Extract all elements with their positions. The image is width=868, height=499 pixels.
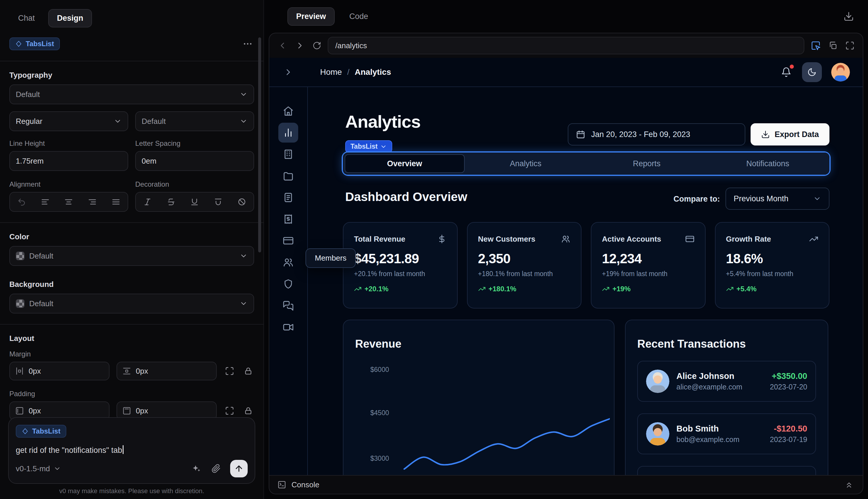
lock-icon <box>244 366 253 376</box>
sidebar-toggle-button[interactable] <box>282 66 294 78</box>
preview-tab-notifications[interactable]: Notifications <box>708 154 828 173</box>
user-avatar[interactable] <box>831 63 850 82</box>
forward-button[interactable] <box>294 39 306 52</box>
compare-select[interactable]: Previous Month <box>726 187 829 210</box>
copy-button[interactable] <box>827 40 839 51</box>
composer-input[interactable]: get rid of the "notifications" tab <box>16 445 248 455</box>
padding-lock-button[interactable] <box>243 405 254 417</box>
chat-composer[interactable]: TabsList get rid of the "notifications" … <box>8 417 255 484</box>
tab-design[interactable]: Design <box>48 9 92 27</box>
sidebar-toggle-icon <box>283 67 293 77</box>
breadcrumb-current: Analytics <box>355 68 391 77</box>
align-left-button[interactable] <box>34 193 57 211</box>
padding-expand-button[interactable] <box>224 405 235 417</box>
font-family-select[interactable]: Default <box>9 84 254 104</box>
sidebar-item-documents[interactable] <box>278 187 298 207</box>
color-select[interactable]: Default <box>9 246 254 266</box>
console-expand-button[interactable] <box>843 479 855 490</box>
align-center-button[interactable] <box>57 193 80 211</box>
sidebar-item-messages[interactable] <box>278 296 298 316</box>
inspect-toggle-button[interactable] <box>809 39 822 52</box>
refresh-button[interactable] <box>311 40 322 51</box>
date-range-picker[interactable]: Jan 20, 2023 - Feb 09, 2023 <box>568 123 745 146</box>
shield-icon <box>283 278 294 290</box>
margin-label: Margin <box>9 350 254 358</box>
sidebar-item-home[interactable] <box>278 101 298 121</box>
lock-icon <box>244 406 253 415</box>
transaction-name: Alice Johnson <box>677 371 742 381</box>
stat-title: Total Revenue <box>354 235 405 244</box>
sidebar-item-analytics[interactable] <box>278 123 298 143</box>
stat-value: $45,231.89 <box>354 251 447 266</box>
underline-button[interactable] <box>183 193 207 211</box>
notifications-button[interactable] <box>780 66 793 78</box>
transaction-email: alice@example.com <box>677 383 742 391</box>
preview-toolbar: Preview Code <box>264 0 868 33</box>
url-input[interactable]: /analytics <box>328 37 804 54</box>
expand-icon <box>225 366 234 376</box>
font-weight-value: Regular <box>16 117 109 126</box>
selection-chip[interactable]: TabsList <box>345 140 392 153</box>
refresh-icon <box>312 41 321 50</box>
tab-preview[interactable]: Preview <box>287 7 335 26</box>
strikethrough-button[interactable] <box>160 193 183 211</box>
stat-subtext: +5.4% from last month <box>726 270 819 278</box>
panel-scrollbar[interactable] <box>258 37 261 253</box>
breadcrumb-home[interactable]: Home <box>320 68 342 77</box>
compare-value: Previous Month <box>734 194 808 203</box>
transaction-row[interactable]: Alice Johnson alice@example.com +$350.00… <box>637 361 816 402</box>
model-select[interactable]: v0-1.5-md <box>16 464 61 473</box>
sidebar-item-projects[interactable] <box>278 166 298 186</box>
font-size-select[interactable]: Default <box>135 111 254 131</box>
margin-y-input[interactable]: 0px <box>116 362 217 380</box>
export-data-button[interactable]: Export Data <box>751 123 829 146</box>
sidebar-item-members[interactable] <box>278 253 298 272</box>
background-select[interactable]: Default <box>9 294 254 314</box>
letter-spacing-input[interactable]: 0em <box>135 151 254 171</box>
fullscreen-button[interactable] <box>844 40 856 51</box>
revenue-line-chart <box>402 355 610 475</box>
color-section-label: Color <box>9 232 254 241</box>
enhance-prompt-button[interactable] <box>190 462 202 475</box>
overline-button[interactable] <box>207 193 230 211</box>
theme-toggle-button[interactable] <box>802 62 822 82</box>
sidebar-item-video[interactable] <box>278 317 298 337</box>
align-right-button[interactable] <box>80 193 104 211</box>
more-options-button[interactable] <box>241 37 254 50</box>
dollar-icon <box>437 234 447 244</box>
transaction-row-partial[interactable] <box>637 466 816 475</box>
transaction-row[interactable]: Bob Smith bob@example.com -$120.50 2023-… <box>637 413 816 454</box>
transaction-date: 2023-07-19 <box>770 435 807 444</box>
sidebar-item-security[interactable] <box>278 274 298 294</box>
copy-icon <box>828 41 838 50</box>
letter-spacing-value: 0em <box>142 157 157 166</box>
preview-tab-reports[interactable]: Reports <box>587 154 707 173</box>
sidebar-item-invoices[interactable] <box>278 209 298 229</box>
console-bar[interactable]: Console <box>269 475 863 494</box>
attach-file-button[interactable] <box>210 463 222 474</box>
clear-decoration-button[interactable] <box>230 193 253 211</box>
font-size-value: Default <box>142 117 235 126</box>
selected-element-chip[interactable]: TabsList <box>9 37 60 50</box>
composer-context-chip[interactable]: TabsList <box>16 425 66 438</box>
download-button[interactable] <box>842 10 855 23</box>
sidebar-item-organization[interactable] <box>278 144 298 164</box>
margin-expand-button[interactable] <box>224 365 235 377</box>
send-button[interactable] <box>230 460 248 477</box>
tab-code[interactable]: Code <box>340 7 377 26</box>
preview-tab-analytics[interactable]: Analytics <box>466 154 586 173</box>
line-height-input[interactable]: 1.75rem <box>9 151 128 171</box>
font-weight-select[interactable]: Regular <box>9 111 128 131</box>
margin-lock-button[interactable] <box>243 365 254 377</box>
italic-button[interactable] <box>136 193 160 211</box>
sidebar-item-billing[interactable] <box>278 231 298 251</box>
padding-left-icon <box>15 406 24 415</box>
margin-x-input[interactable]: 0px <box>9 362 110 380</box>
back-button[interactable] <box>276 39 288 52</box>
preview-tab-overview[interactable]: Overview <box>345 154 465 173</box>
reset-alignment-button[interactable] <box>10 193 34 211</box>
typography-section-label: Typography <box>9 71 254 80</box>
align-justify-button[interactable] <box>104 193 128 211</box>
tab-chat[interactable]: Chat <box>9 9 44 27</box>
strikethrough-icon <box>167 197 175 206</box>
